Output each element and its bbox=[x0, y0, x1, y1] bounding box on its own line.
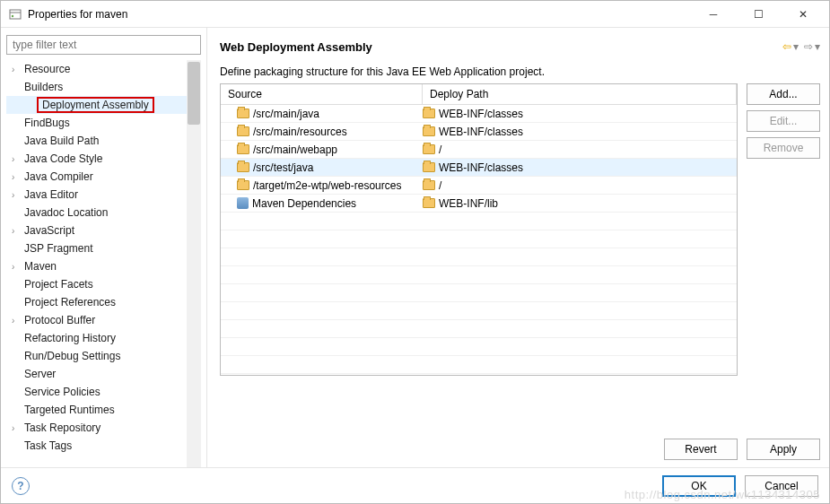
tree-item[interactable]: Project References bbox=[6, 293, 201, 311]
category-tree[interactable]: ›ResourceBuildersDeployment AssemblyFind… bbox=[6, 60, 201, 467]
tree-item[interactable]: Builders bbox=[6, 78, 201, 96]
source-path: /src/main/webapp bbox=[253, 143, 337, 156]
chevron-right-icon: › bbox=[12, 65, 24, 74]
source-path: /target/m2e-wtp/web-resources bbox=[253, 179, 401, 192]
tree-item-label: Run/Debug Settings bbox=[24, 350, 120, 362]
back-icon[interactable]: ⇦ bbox=[782, 40, 791, 53]
folder-icon bbox=[237, 144, 249, 154]
assembly-table[interactable]: Source Deploy Path /src/main/javaWEB-INF… bbox=[220, 83, 738, 376]
tree-item-label: Project References bbox=[24, 296, 116, 308]
folder-icon bbox=[423, 144, 435, 154]
tree-item[interactable]: Javadoc Location bbox=[6, 204, 201, 222]
forward-menu-icon[interactable]: ▾ bbox=[815, 40, 820, 53]
table-row bbox=[221, 320, 737, 338]
remove-button[interactable]: Remove bbox=[747, 137, 820, 159]
tree-item[interactable]: Refactoring History bbox=[6, 329, 201, 347]
tree-item-label: Javadoc Location bbox=[24, 206, 108, 219]
revert-button[interactable]: Revert bbox=[664, 439, 738, 460]
folder-icon bbox=[423, 126, 435, 136]
tree-item-label: FindBugs bbox=[24, 117, 70, 129]
chevron-right-icon: › bbox=[12, 423, 24, 433]
tree-item-label: Java Code Style bbox=[24, 152, 102, 165]
tree-item[interactable]: Deployment Assembly bbox=[6, 96, 201, 114]
tree-item-label: JSP Fragment bbox=[24, 242, 92, 255]
bottom-buttons: Revert Apply bbox=[220, 439, 820, 460]
tree-item[interactable]: ›JavaScript bbox=[6, 222, 201, 239]
sidebar: ›ResourceBuildersDeployment AssemblyFind… bbox=[1, 28, 207, 467]
edit-button[interactable]: Edit... bbox=[747, 110, 820, 132]
tree-item[interactable]: ›Protocol Buffer bbox=[6, 311, 201, 329]
deploy-path: WEB-INF/classes bbox=[439, 108, 523, 120]
add-button[interactable]: Add... bbox=[747, 83, 820, 105]
close-button[interactable]: ✕ bbox=[788, 4, 818, 24]
table-row[interactable]: /src/main/webapp/ bbox=[221, 141, 737, 159]
tree-item-label: Resource bbox=[24, 63, 70, 75]
app-icon bbox=[8, 7, 22, 22]
tree-item[interactable]: Run/Debug Settings bbox=[6, 347, 201, 365]
col-deploy[interactable]: Deploy Path bbox=[423, 84, 737, 104]
tree-item-label: Protocol Buffer bbox=[24, 314, 95, 326]
table-row bbox=[221, 248, 737, 266]
apply-button[interactable]: Apply bbox=[747, 439, 820, 460]
tree-item[interactable]: JSP Fragment bbox=[6, 239, 201, 257]
table-row bbox=[221, 302, 737, 320]
tree-item[interactable]: Server bbox=[6, 365, 201, 383]
folder-icon bbox=[237, 109, 249, 118]
tree-item[interactable]: ›Java Editor bbox=[6, 186, 201, 204]
table-row[interactable]: /src/main/javaWEB-INF/classes bbox=[221, 105, 737, 123]
folder-icon bbox=[423, 180, 435, 190]
tree-item-label: Refactoring History bbox=[24, 332, 116, 344]
folder-icon bbox=[423, 109, 435, 118]
deploy-path: / bbox=[439, 179, 441, 192]
page-title: Web Deployment Assembly bbox=[220, 40, 782, 54]
col-source[interactable]: Source bbox=[221, 84, 423, 104]
source-path: /src/test/java bbox=[253, 161, 313, 174]
folder-icon bbox=[237, 180, 249, 190]
table-row[interactable]: /src/main/resourcesWEB-INF/classes bbox=[221, 123, 737, 141]
tree-item-label: Service Policies bbox=[24, 386, 100, 398]
table-row bbox=[221, 213, 737, 230]
tree-item[interactable]: ›Java Compiler bbox=[6, 168, 201, 186]
deploy-path: WEB-INF/classes bbox=[439, 161, 523, 174]
tree-item-label: Project Facets bbox=[24, 278, 93, 291]
table-row bbox=[221, 356, 737, 374]
tree-item-label: JavaScript bbox=[24, 224, 74, 237]
deploy-path: WEB-INF/classes bbox=[439, 126, 523, 138]
scrollbar-track[interactable] bbox=[187, 60, 201, 467]
table-row bbox=[221, 338, 737, 356]
back-menu-icon[interactable]: ▾ bbox=[793, 40, 799, 53]
table-row[interactable]: Maven DependenciesWEB-INF/lib bbox=[221, 195, 737, 213]
tree-item[interactable]: ›Task Repository bbox=[6, 419, 201, 437]
tree-item[interactable]: ›Resource bbox=[6, 60, 201, 78]
tree-item[interactable]: FindBugs bbox=[6, 114, 201, 132]
jar-icon bbox=[237, 197, 249, 209]
filter-input[interactable] bbox=[6, 35, 201, 55]
tree-item[interactable]: Targeted Runtimes bbox=[6, 401, 201, 419]
chevron-right-icon: › bbox=[12, 190, 24, 200]
tree-item-label: Targeted Runtimes bbox=[24, 404, 115, 416]
tree-item[interactable]: Task Tags bbox=[6, 437, 201, 455]
maximize-button[interactable]: ☐ bbox=[743, 4, 773, 24]
deploy-path: WEB-INF/lib bbox=[439, 197, 498, 210]
chevron-right-icon: › bbox=[12, 316, 24, 326]
titlebar: Properties for maven ─ ☐ ✕ bbox=[1, 1, 829, 28]
tree-item-label: Task Tags bbox=[24, 439, 72, 452]
table-header: Source Deploy Path bbox=[221, 84, 737, 105]
table-row[interactable]: /target/m2e-wtp/web-resources/ bbox=[221, 177, 737, 195]
tree-item-label: Deployment Assembly bbox=[37, 97, 154, 113]
tree-item[interactable]: ›Maven bbox=[6, 257, 201, 275]
minimize-button[interactable]: ─ bbox=[698, 4, 729, 24]
tree-item-label: Task Repository bbox=[24, 421, 100, 434]
watermark: http://blog.csdn.net/wk1134314305 bbox=[625, 488, 820, 501]
table-row[interactable]: /src/test/javaWEB-INF/classes bbox=[221, 159, 737, 177]
help-icon[interactable]: ? bbox=[12, 477, 30, 495]
forward-icon[interactable]: ⇨ bbox=[804, 40, 813, 53]
tree-item[interactable]: Project Facets bbox=[6, 275, 201, 293]
tree-item-label: Server bbox=[24, 368, 56, 380]
chevron-right-icon: › bbox=[12, 172, 24, 182]
tree-item-label: Java Compiler bbox=[24, 170, 93, 183]
tree-item[interactable]: ›Java Code Style bbox=[6, 150, 201, 168]
tree-item[interactable]: Service Policies bbox=[6, 383, 201, 401]
tree-item[interactable]: Java Build Path bbox=[6, 132, 201, 150]
scrollbar-thumb[interactable] bbox=[188, 62, 200, 125]
